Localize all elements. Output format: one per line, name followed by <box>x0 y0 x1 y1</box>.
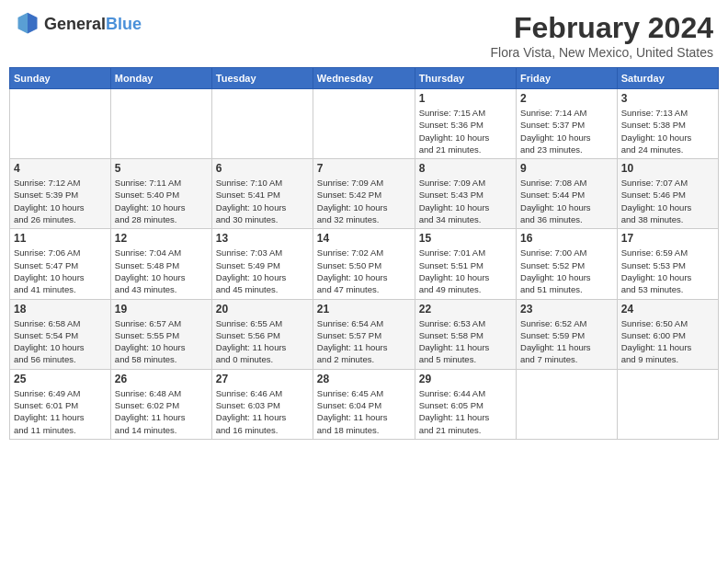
calendar-title: February 2024 <box>490 11 713 45</box>
day-info: Sunrise: 6:45 AM Sunset: 6:04 PM Dayligh… <box>317 387 411 436</box>
day-cell: 19Sunrise: 6:57 AM Sunset: 5:55 PM Dayli… <box>110 299 211 369</box>
day-cell: 21Sunrise: 6:54 AM Sunset: 5:57 PM Dayli… <box>313 299 415 369</box>
day-cell: 20Sunrise: 6:55 AM Sunset: 5:56 PM Dayli… <box>211 299 313 369</box>
day-info: Sunrise: 7:00 AM Sunset: 5:52 PM Dayligh… <box>520 247 613 295</box>
day-cell <box>10 89 111 159</box>
day-cell: 13Sunrise: 7:03 AM Sunset: 5:49 PM Dayli… <box>211 229 313 299</box>
day-number: 3 <box>621 92 714 105</box>
day-number: 10 <box>621 162 714 175</box>
day-cell: 8Sunrise: 7:09 AM Sunset: 5:43 PM Daylig… <box>415 159 516 229</box>
day-cell: 23Sunrise: 6:52 AM Sunset: 5:59 PM Dayli… <box>517 299 618 369</box>
day-info: Sunrise: 7:10 AM Sunset: 5:41 PM Dayligh… <box>216 177 309 225</box>
svg-marker-2 <box>18 13 28 34</box>
day-number: 13 <box>216 232 309 245</box>
day-info: Sunrise: 7:04 AM Sunset: 5:48 PM Dayligh… <box>115 247 208 295</box>
day-number: 22 <box>419 303 512 316</box>
day-number: 27 <box>216 373 309 385</box>
day-number: 23 <box>520 303 613 316</box>
calendar-container: Sunday Monday Tuesday Wednesday Thursday… <box>0 67 728 447</box>
week-row-2: 11Sunrise: 7:06 AM Sunset: 5:47 PM Dayli… <box>10 229 719 299</box>
day-info: Sunrise: 6:49 AM Sunset: 6:01 PM Dayligh… <box>14 387 107 436</box>
day-cell: 1Sunrise: 7:15 AM Sunset: 5:36 PM Daylig… <box>415 89 516 159</box>
day-cell: 3Sunrise: 7:13 AM Sunset: 5:38 PM Daylig… <box>617 89 718 159</box>
day-number: 7 <box>317 162 411 175</box>
day-info: Sunrise: 6:46 AM Sunset: 6:03 PM Dayligh… <box>216 387 309 436</box>
day-number: 4 <box>14 162 107 175</box>
day-cell: 7Sunrise: 7:09 AM Sunset: 5:42 PM Daylig… <box>313 159 415 229</box>
day-number: 5 <box>115 162 208 175</box>
day-cell: 9Sunrise: 7:08 AM Sunset: 5:44 PM Daylig… <box>517 159 618 229</box>
day-info: Sunrise: 7:09 AM Sunset: 5:43 PM Dayligh… <box>419 177 512 225</box>
day-cell: 25Sunrise: 6:49 AM Sunset: 6:01 PM Dayli… <box>10 369 111 439</box>
logo-text: GeneralBlue <box>44 15 142 34</box>
calendar-body: 1Sunrise: 7:15 AM Sunset: 5:36 PM Daylig… <box>10 89 719 440</box>
day-number: 6 <box>216 162 309 175</box>
day-number: 25 <box>14 373 107 385</box>
day-info: Sunrise: 6:52 AM Sunset: 5:59 PM Dayligh… <box>520 317 613 366</box>
day-number: 18 <box>14 303 107 316</box>
day-number: 16 <box>520 232 613 245</box>
day-cell: 6Sunrise: 7:10 AM Sunset: 5:41 PM Daylig… <box>211 159 313 229</box>
day-cell <box>211 89 313 159</box>
day-info: Sunrise: 7:11 AM Sunset: 5:40 PM Dayligh… <box>115 177 208 225</box>
col-wednesday: Wednesday <box>313 68 415 89</box>
day-cell: 15Sunrise: 7:01 AM Sunset: 5:51 PM Dayli… <box>415 229 516 299</box>
day-cell: 27Sunrise: 6:46 AM Sunset: 6:03 PM Dayli… <box>211 369 313 439</box>
day-number: 14 <box>317 232 411 245</box>
day-cell: 28Sunrise: 6:45 AM Sunset: 6:04 PM Dayli… <box>313 369 415 439</box>
day-info: Sunrise: 7:07 AM Sunset: 5:46 PM Dayligh… <box>621 177 714 225</box>
day-number: 20 <box>216 303 309 316</box>
day-info: Sunrise: 6:57 AM Sunset: 5:55 PM Dayligh… <box>115 317 208 366</box>
day-info: Sunrise: 6:58 AM Sunset: 5:54 PM Dayligh… <box>14 317 107 366</box>
day-cell: 22Sunrise: 6:53 AM Sunset: 5:58 PM Dayli… <box>415 299 516 369</box>
day-cell: 12Sunrise: 7:04 AM Sunset: 5:48 PM Dayli… <box>110 229 211 299</box>
week-row-4: 25Sunrise: 6:49 AM Sunset: 6:01 PM Dayli… <box>10 369 719 439</box>
day-info: Sunrise: 7:08 AM Sunset: 5:44 PM Dayligh… <box>520 177 613 225</box>
day-info: Sunrise: 6:48 AM Sunset: 6:02 PM Dayligh… <box>115 387 208 436</box>
day-cell: 17Sunrise: 6:59 AM Sunset: 5:53 PM Dayli… <box>617 229 718 299</box>
week-row-3: 18Sunrise: 6:58 AM Sunset: 5:54 PM Dayli… <box>10 299 719 369</box>
day-cell: 10Sunrise: 7:07 AM Sunset: 5:46 PM Dayli… <box>617 159 718 229</box>
col-friday: Friday <box>517 68 618 89</box>
day-info: Sunrise: 6:59 AM Sunset: 5:53 PM Dayligh… <box>621 247 714 295</box>
day-info: Sunrise: 6:44 AM Sunset: 6:05 PM Dayligh… <box>419 387 512 436</box>
calendar-table: Sunday Monday Tuesday Wednesday Thursday… <box>9 67 719 440</box>
week-row-0: 1Sunrise: 7:15 AM Sunset: 5:36 PM Daylig… <box>10 89 719 159</box>
day-cell <box>110 89 211 159</box>
day-number: 15 <box>419 232 512 245</box>
day-cell: 4Sunrise: 7:12 AM Sunset: 5:39 PM Daylig… <box>10 159 111 229</box>
day-info: Sunrise: 7:06 AM Sunset: 5:47 PM Dayligh… <box>14 247 107 295</box>
day-info: Sunrise: 7:13 AM Sunset: 5:38 PM Dayligh… <box>621 107 714 155</box>
day-number: 17 <box>621 232 714 245</box>
col-sunday: Sunday <box>10 68 111 89</box>
day-cell: 5Sunrise: 7:11 AM Sunset: 5:40 PM Daylig… <box>110 159 211 229</box>
day-number: 29 <box>419 373 512 385</box>
header: GeneralBlue February 2024 Flora Vista, N… <box>0 0 728 67</box>
day-info: Sunrise: 7:12 AM Sunset: 5:39 PM Dayligh… <box>14 177 107 225</box>
day-cell: 11Sunrise: 7:06 AM Sunset: 5:47 PM Dayli… <box>10 229 111 299</box>
day-cell <box>517 369 618 439</box>
day-number: 9 <box>520 162 613 175</box>
calendar-subtitle: Flora Vista, New Mexico, United States <box>490 45 713 60</box>
day-cell: 16Sunrise: 7:00 AM Sunset: 5:52 PM Dayli… <box>517 229 618 299</box>
day-cell: 24Sunrise: 6:50 AM Sunset: 6:00 PM Dayli… <box>617 299 718 369</box>
day-info: Sunrise: 6:53 AM Sunset: 5:58 PM Dayligh… <box>419 317 512 366</box>
day-info: Sunrise: 6:54 AM Sunset: 5:57 PM Dayligh… <box>317 317 411 366</box>
day-number: 28 <box>317 373 411 385</box>
col-tuesday: Tuesday <box>211 68 313 89</box>
col-monday: Monday <box>110 68 211 89</box>
logo-icon <box>15 11 40 37</box>
logo-general: General <box>44 15 106 33</box>
day-info: Sunrise: 7:14 AM Sunset: 5:37 PM Dayligh… <box>520 107 613 155</box>
day-cell <box>313 89 415 159</box>
day-number: 11 <box>14 232 107 245</box>
day-info: Sunrise: 7:02 AM Sunset: 5:50 PM Dayligh… <box>317 247 411 295</box>
day-number: 8 <box>419 162 512 175</box>
day-number: 21 <box>317 303 411 316</box>
day-number: 24 <box>621 303 714 316</box>
day-cell: 14Sunrise: 7:02 AM Sunset: 5:50 PM Dayli… <box>313 229 415 299</box>
day-number: 12 <box>115 232 208 245</box>
day-info: Sunrise: 7:15 AM Sunset: 5:36 PM Dayligh… <box>419 107 512 155</box>
day-cell <box>617 369 718 439</box>
day-cell: 18Sunrise: 6:58 AM Sunset: 5:54 PM Dayli… <box>10 299 111 369</box>
